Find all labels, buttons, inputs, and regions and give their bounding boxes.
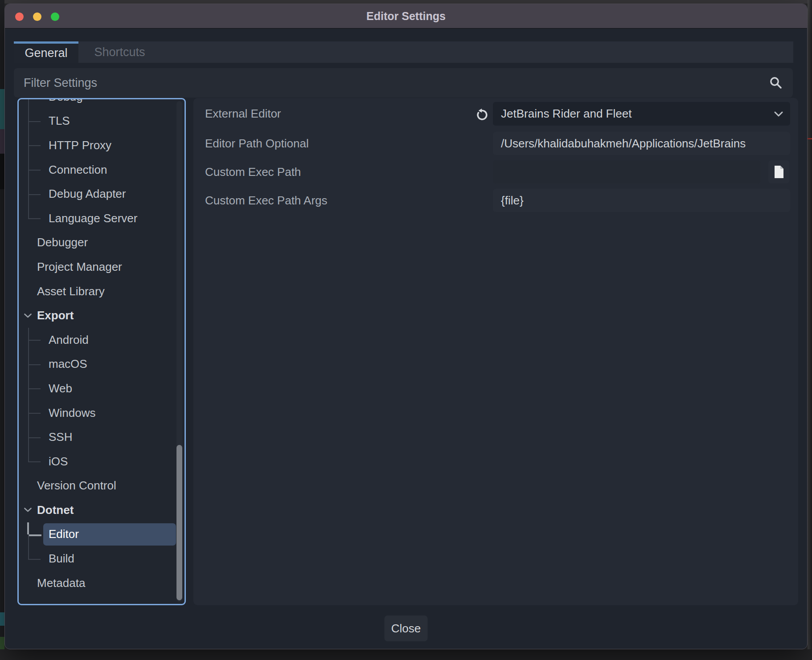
tree-guide — [28, 413, 41, 414]
tree-item-label: TLS — [49, 114, 70, 128]
tree-guide — [28, 534, 29, 546]
background-bottom-strip — [0, 649, 812, 660]
tree-guide — [28, 340, 41, 341]
custom-exec-path-input[interactable] — [493, 160, 760, 183]
tree-guide — [28, 388, 41, 389]
tree-item-label: iOS — [49, 455, 68, 469]
tree-item-ios[interactable]: iOS — [19, 449, 185, 474]
tree-item-build[interactable]: Build — [19, 546, 185, 571]
chevron-down-icon — [774, 111, 783, 117]
tree-item-android[interactable]: Android — [19, 328, 185, 352]
tree-item-label: Project Manager — [37, 260, 122, 274]
tree-item-http-proxy[interactable]: HTTP Proxy — [19, 133, 185, 158]
setting-label-editor-path: Editor Path Optional — [205, 132, 309, 155]
tab-shortcuts-label: Shortcuts — [94, 45, 145, 59]
settings-tree[interactable]: Debug TLS HTTP Proxy Connection Debug Ad… — [17, 98, 186, 605]
tree-guide — [28, 170, 41, 171]
tree-guide — [28, 534, 41, 536]
background-left-strip — [0, 0, 4, 660]
tree-item-macos[interactable]: macOS — [19, 352, 185, 377]
tree-item-label: Build — [49, 552, 74, 566]
tree-guide — [28, 559, 41, 560]
tree-guide — [28, 98, 29, 109]
editor-settings-window: Editor Settings General Shortcuts Filter… — [4, 4, 808, 649]
external-editor-dropdown[interactable]: JetBrains Rider and Fleet — [493, 102, 790, 126]
tree-item-label: Debug Adapter — [49, 187, 126, 201]
tree-guide — [28, 121, 41, 122]
tree-item-version-control[interactable]: Version Control — [19, 474, 185, 498]
tree-item-label: Metadata — [37, 576, 85, 590]
revert-icon[interactable] — [476, 108, 489, 121]
chevron-down-icon — [24, 314, 32, 318]
tree-guide — [28, 364, 41, 365]
close-button[interactable]: Close — [385, 615, 428, 641]
tree-guide — [28, 218, 41, 219]
tree-item-asset-library[interactable]: Asset Library — [19, 279, 185, 304]
setting-label-custom-exec-path: Custom Exec Path — [205, 160, 301, 183]
setting-label-custom-exec-path-args: Custom Exec Path Args — [205, 189, 328, 212]
tree-item-debug[interactable]: Debug — [19, 98, 185, 109]
background-top-strip — [0, 0, 812, 4]
external-editor-value: JetBrains Rider and Fleet — [501, 107, 632, 121]
tree-item-label: SSH — [49, 430, 72, 444]
tree-item-ssh[interactable]: SSH — [19, 425, 185, 449]
tree-item-connection[interactable]: Connection — [19, 158, 185, 182]
background-fragment — [0, 129, 4, 154]
background-fragment — [0, 89, 4, 129]
tree-item-label: HTTP Proxy — [49, 139, 111, 152]
filter-placeholder: Filter Settings — [24, 76, 769, 90]
titlebar[interactable]: Editor Settings — [5, 4, 807, 29]
setting-label-external-editor: External Editor — [205, 102, 281, 125]
tree-item-label: Editor — [49, 527, 79, 541]
tree-guide — [28, 437, 41, 438]
chevron-down-icon — [24, 508, 32, 512]
tree-item-web[interactable]: Web — [19, 376, 185, 401]
tree-item-export[interactable]: Export — [19, 303, 185, 328]
tree-guide — [28, 194, 41, 195]
tab-shortcuts[interactable]: Shortcuts — [81, 41, 159, 63]
tree-guide — [27, 522, 29, 534]
tree-item-tls[interactable]: TLS — [19, 109, 185, 134]
background-fragment — [0, 637, 4, 649]
tree-guide — [28, 461, 41, 462]
tree-item-label: Connection — [49, 163, 107, 177]
editor-path-value: /Users/khalidabuhakmeh/Applications/JetB… — [501, 137, 746, 151]
background-fragment — [0, 612, 4, 626]
custom-exec-path-args-input[interactable]: {file} — [493, 189, 790, 212]
tree-item-editor[interactable]: Editor — [19, 522, 185, 547]
search-icon — [769, 76, 783, 90]
tree-item-label: Version Control — [37, 479, 116, 493]
tree-item-windows[interactable]: Windows — [19, 401, 185, 425]
tree-item-label: Asset Library — [37, 285, 105, 298]
file-icon — [773, 165, 785, 179]
tree-item-metadata[interactable]: Metadata — [19, 571, 185, 595]
tree-item-label: macOS — [49, 357, 87, 371]
editor-path-input[interactable]: /Users/khalidabuhakmeh/Applications/JetB… — [493, 132, 790, 155]
custom-exec-path-args-value: {file} — [501, 194, 524, 208]
background-right-strip — [808, 0, 812, 660]
tree-guide — [28, 449, 29, 461]
tree-item-label: Dotnet — [37, 503, 74, 517]
tree-item-project-manager[interactable]: Project Manager — [19, 255, 185, 279]
tree-item-label: Debug — [49, 98, 83, 104]
tree-item-language-server[interactable]: Language Server — [19, 206, 185, 231]
browse-file-button[interactable] — [768, 160, 789, 183]
tree-item-label: Web — [49, 382, 72, 395]
tree-item-debugger[interactable]: Debugger — [19, 231, 185, 255]
tab-general[interactable]: General — [14, 41, 78, 63]
tree-item-label: Export — [37, 309, 74, 322]
tree-item-label: Android — [49, 333, 89, 347]
settings-panel: External Editor JetBrains Rider and Flee… — [193, 98, 798, 605]
tab-general-label: General — [25, 46, 67, 60]
tree-scrollbar-thumb[interactable] — [176, 445, 182, 600]
tree-item-label: Debugger — [37, 236, 88, 249]
window-title: Editor Settings — [5, 4, 807, 28]
filter-settings-input[interactable]: Filter Settings — [14, 68, 793, 98]
tree-item-debug-adapter[interactable]: Debug Adapter — [19, 182, 185, 206]
tree-item-label: Windows — [49, 406, 95, 420]
tree-guide — [28, 145, 41, 146]
background-red-marker — [808, 138, 812, 139]
tree-item-label: Language Server — [49, 212, 137, 225]
tree-item-dotnet[interactable]: Dotnet — [19, 498, 185, 522]
tree-guide — [28, 546, 29, 558]
